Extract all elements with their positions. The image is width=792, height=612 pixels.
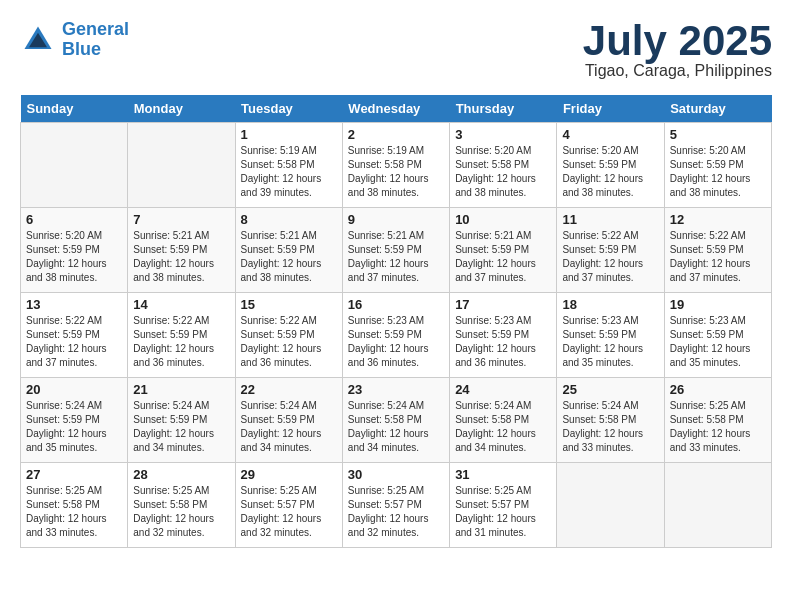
calendar-cell: 9 Sunrise: 5:21 AM Sunset: 5:59 PM Dayli… (342, 208, 449, 293)
calendar-cell: 23 Sunrise: 5:24 AM Sunset: 5:58 PM Dayl… (342, 378, 449, 463)
calendar-cell: 20 Sunrise: 5:24 AM Sunset: 5:59 PM Dayl… (21, 378, 128, 463)
day-info: Sunrise: 5:24 AM Sunset: 5:58 PM Dayligh… (562, 399, 658, 455)
calendar-cell: 29 Sunrise: 5:25 AM Sunset: 5:57 PM Dayl… (235, 463, 342, 548)
calendar-cell: 31 Sunrise: 5:25 AM Sunset: 5:57 PM Dayl… (450, 463, 557, 548)
day-number: 26 (670, 382, 766, 397)
calendar-cell: 27 Sunrise: 5:25 AM Sunset: 5:58 PM Dayl… (21, 463, 128, 548)
day-number: 7 (133, 212, 229, 227)
day-number: 17 (455, 297, 551, 312)
calendar-cell: 6 Sunrise: 5:20 AM Sunset: 5:59 PM Dayli… (21, 208, 128, 293)
day-number: 11 (562, 212, 658, 227)
calendar-cell (664, 463, 771, 548)
day-number: 6 (26, 212, 122, 227)
calendar-cell: 24 Sunrise: 5:24 AM Sunset: 5:58 PM Dayl… (450, 378, 557, 463)
day-info: Sunrise: 5:19 AM Sunset: 5:58 PM Dayligh… (348, 144, 444, 200)
calendar-cell (128, 123, 235, 208)
day-info: Sunrise: 5:25 AM Sunset: 5:58 PM Dayligh… (670, 399, 766, 455)
day-number: 30 (348, 467, 444, 482)
day-info: Sunrise: 5:24 AM Sunset: 5:58 PM Dayligh… (455, 399, 551, 455)
day-number: 25 (562, 382, 658, 397)
header-thursday: Thursday (450, 95, 557, 123)
calendar-cell: 10 Sunrise: 5:21 AM Sunset: 5:59 PM Dayl… (450, 208, 557, 293)
day-info: Sunrise: 5:21 AM Sunset: 5:59 PM Dayligh… (348, 229, 444, 285)
day-number: 31 (455, 467, 551, 482)
day-number: 22 (241, 382, 337, 397)
header-row: SundayMondayTuesdayWednesdayThursdayFrid… (21, 95, 772, 123)
day-info: Sunrise: 5:20 AM Sunset: 5:59 PM Dayligh… (670, 144, 766, 200)
calendar-cell: 21 Sunrise: 5:24 AM Sunset: 5:59 PM Dayl… (128, 378, 235, 463)
page-header: General Blue July 2025 Tigao, Caraga, Ph… (20, 20, 772, 80)
day-number: 21 (133, 382, 229, 397)
calendar-table: SundayMondayTuesdayWednesdayThursdayFrid… (20, 95, 772, 548)
calendar-cell: 13 Sunrise: 5:22 AM Sunset: 5:59 PM Dayl… (21, 293, 128, 378)
location: Tigao, Caraga, Philippines (583, 62, 772, 80)
calendar-cell: 26 Sunrise: 5:25 AM Sunset: 5:58 PM Dayl… (664, 378, 771, 463)
day-info: Sunrise: 5:25 AM Sunset: 5:58 PM Dayligh… (26, 484, 122, 540)
header-monday: Monday (128, 95, 235, 123)
calendar-cell: 28 Sunrise: 5:25 AM Sunset: 5:58 PM Dayl… (128, 463, 235, 548)
title-block: July 2025 Tigao, Caraga, Philippines (583, 20, 772, 80)
calendar-cell: 11 Sunrise: 5:22 AM Sunset: 5:59 PM Dayl… (557, 208, 664, 293)
week-row-2: 6 Sunrise: 5:20 AM Sunset: 5:59 PM Dayli… (21, 208, 772, 293)
calendar-cell: 5 Sunrise: 5:20 AM Sunset: 5:59 PM Dayli… (664, 123, 771, 208)
calendar-cell (21, 123, 128, 208)
day-number: 19 (670, 297, 766, 312)
day-info: Sunrise: 5:23 AM Sunset: 5:59 PM Dayligh… (562, 314, 658, 370)
week-row-1: 1 Sunrise: 5:19 AM Sunset: 5:58 PM Dayli… (21, 123, 772, 208)
logo-icon (20, 22, 56, 58)
month-title: July 2025 (583, 20, 772, 62)
calendar-cell: 4 Sunrise: 5:20 AM Sunset: 5:59 PM Dayli… (557, 123, 664, 208)
calendar-cell: 25 Sunrise: 5:24 AM Sunset: 5:58 PM Dayl… (557, 378, 664, 463)
calendar-cell: 18 Sunrise: 5:23 AM Sunset: 5:59 PM Dayl… (557, 293, 664, 378)
day-info: Sunrise: 5:24 AM Sunset: 5:59 PM Dayligh… (133, 399, 229, 455)
header-saturday: Saturday (664, 95, 771, 123)
header-friday: Friday (557, 95, 664, 123)
day-number: 13 (26, 297, 122, 312)
day-info: Sunrise: 5:23 AM Sunset: 5:59 PM Dayligh… (455, 314, 551, 370)
calendar-cell: 15 Sunrise: 5:22 AM Sunset: 5:59 PM Dayl… (235, 293, 342, 378)
day-number: 18 (562, 297, 658, 312)
calendar-cell: 14 Sunrise: 5:22 AM Sunset: 5:59 PM Dayl… (128, 293, 235, 378)
day-number: 27 (26, 467, 122, 482)
day-info: Sunrise: 5:20 AM Sunset: 5:59 PM Dayligh… (562, 144, 658, 200)
day-number: 16 (348, 297, 444, 312)
day-number: 24 (455, 382, 551, 397)
day-info: Sunrise: 5:25 AM Sunset: 5:57 PM Dayligh… (348, 484, 444, 540)
day-info: Sunrise: 5:25 AM Sunset: 5:57 PM Dayligh… (241, 484, 337, 540)
day-number: 9 (348, 212, 444, 227)
day-number: 29 (241, 467, 337, 482)
day-info: Sunrise: 5:22 AM Sunset: 5:59 PM Dayligh… (26, 314, 122, 370)
day-info: Sunrise: 5:21 AM Sunset: 5:59 PM Dayligh… (241, 229, 337, 285)
day-number: 15 (241, 297, 337, 312)
calendar-cell: 22 Sunrise: 5:24 AM Sunset: 5:59 PM Dayl… (235, 378, 342, 463)
day-info: Sunrise: 5:25 AM Sunset: 5:58 PM Dayligh… (133, 484, 229, 540)
day-info: Sunrise: 5:20 AM Sunset: 5:58 PM Dayligh… (455, 144, 551, 200)
day-number: 3 (455, 127, 551, 142)
day-number: 28 (133, 467, 229, 482)
day-info: Sunrise: 5:24 AM Sunset: 5:58 PM Dayligh… (348, 399, 444, 455)
day-info: Sunrise: 5:22 AM Sunset: 5:59 PM Dayligh… (133, 314, 229, 370)
header-wednesday: Wednesday (342, 95, 449, 123)
day-info: Sunrise: 5:25 AM Sunset: 5:57 PM Dayligh… (455, 484, 551, 540)
day-number: 10 (455, 212, 551, 227)
header-sunday: Sunday (21, 95, 128, 123)
day-info: Sunrise: 5:20 AM Sunset: 5:59 PM Dayligh… (26, 229, 122, 285)
day-number: 1 (241, 127, 337, 142)
day-info: Sunrise: 5:24 AM Sunset: 5:59 PM Dayligh… (241, 399, 337, 455)
day-info: Sunrise: 5:21 AM Sunset: 5:59 PM Dayligh… (455, 229, 551, 285)
day-info: Sunrise: 5:24 AM Sunset: 5:59 PM Dayligh… (26, 399, 122, 455)
calendar-cell: 3 Sunrise: 5:20 AM Sunset: 5:58 PM Dayli… (450, 123, 557, 208)
calendar-cell: 2 Sunrise: 5:19 AM Sunset: 5:58 PM Dayli… (342, 123, 449, 208)
logo-line1: General (62, 19, 129, 39)
calendar-cell: 8 Sunrise: 5:21 AM Sunset: 5:59 PM Dayli… (235, 208, 342, 293)
calendar-cell: 1 Sunrise: 5:19 AM Sunset: 5:58 PM Dayli… (235, 123, 342, 208)
day-info: Sunrise: 5:23 AM Sunset: 5:59 PM Dayligh… (348, 314, 444, 370)
logo: General Blue (20, 20, 129, 60)
logo-text: General Blue (62, 20, 129, 60)
day-info: Sunrise: 5:23 AM Sunset: 5:59 PM Dayligh… (670, 314, 766, 370)
week-row-5: 27 Sunrise: 5:25 AM Sunset: 5:58 PM Dayl… (21, 463, 772, 548)
day-number: 2 (348, 127, 444, 142)
calendar-cell: 19 Sunrise: 5:23 AM Sunset: 5:59 PM Dayl… (664, 293, 771, 378)
calendar-cell (557, 463, 664, 548)
calendar-cell: 16 Sunrise: 5:23 AM Sunset: 5:59 PM Dayl… (342, 293, 449, 378)
